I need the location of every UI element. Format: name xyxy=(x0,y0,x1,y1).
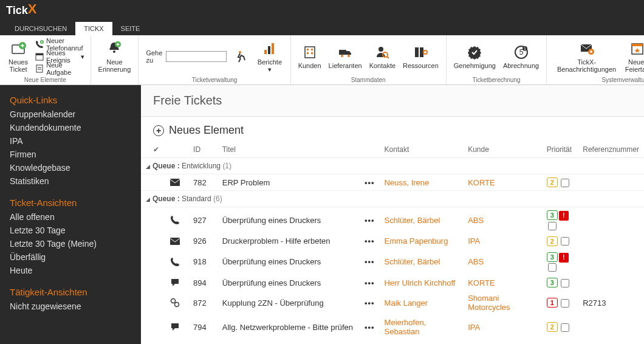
goto-run-button[interactable] xyxy=(230,36,253,77)
new-element-button[interactable]: + Neues Element xyxy=(141,117,644,142)
priority-cell: 2 xyxy=(542,174,578,191)
group-row[interactable]: ◢Queue : Entwicklung (1) xyxy=(141,158,644,174)
contact-link[interactable]: Meierhofen, Sebastian xyxy=(385,318,426,336)
col-id[interactable]: ID xyxy=(188,142,218,158)
ticket-id: 927 xyxy=(188,207,218,233)
row-menu-button[interactable]: ••• xyxy=(365,178,375,187)
task-icon xyxy=(35,64,44,74)
reports-button[interactable]: Berichte ▾ xyxy=(253,36,287,77)
tab-site[interactable]: SEITE xyxy=(112,22,149,35)
contact-link[interactable]: Herr Ulrich Kirchhoff xyxy=(385,278,456,287)
ticket-title: Überprüfung eines Druckers xyxy=(218,275,360,291)
customer-link[interactable]: Shomani Motorcycles xyxy=(468,294,510,312)
col-check[interactable]: ✔ xyxy=(141,142,165,158)
ticket-row[interactable]: 926Druckerproblem - Hilfe erbeten•••Emma… xyxy=(141,233,644,249)
new-event-button[interactable]: Neues Ereignis ▾ xyxy=(33,50,87,63)
row-menu-button[interactable]: ••• xyxy=(365,236,375,246)
priority-cell: 2 xyxy=(542,233,578,249)
tickets-table: ✔ ID Titel Kontakt Kunde Priorität Refer… xyxy=(141,142,644,339)
ticket-row[interactable]: 918Überprüfung eines Druckers•••Schlüter… xyxy=(141,249,644,275)
new-task-button[interactable]: Neue Aufgabe xyxy=(33,63,87,75)
svg-rect-5 xyxy=(36,65,43,72)
calendar-star-icon xyxy=(629,40,644,57)
sidebar-quick-item-4[interactable]: Knowledgebase xyxy=(0,161,141,174)
ticket-id: 926 xyxy=(188,233,218,249)
sidebar-activity-item-0[interactable]: Nicht zugewiesene xyxy=(0,300,141,313)
sidebar-quick-item-2[interactable]: IPA xyxy=(0,134,141,148)
run-icon xyxy=(233,48,250,65)
svg-rect-11 xyxy=(272,43,274,54)
billing-button[interactable]: 51Abrechnung xyxy=(499,36,543,77)
customer-link[interactable]: ABS xyxy=(468,257,484,266)
billing-icon: 51 xyxy=(513,44,530,61)
row-menu-button[interactable]: ••• xyxy=(365,278,375,287)
group-row[interactable]: ◢Queue : Standard (6) xyxy=(141,191,644,207)
customers-button[interactable]: Kunden xyxy=(295,36,325,77)
customer-link[interactable]: KORTE xyxy=(468,178,495,187)
badge-check-icon xyxy=(466,44,483,61)
contact-link[interactable]: Maik Langer xyxy=(385,298,428,308)
sidebar-quick-item-0[interactable]: Gruppenkalender xyxy=(0,108,141,121)
ticket-row[interactable]: 782ERP Problem•••Neuss, IreneKORTE2 xyxy=(141,174,644,191)
customer-link[interactable]: KORTE xyxy=(468,278,495,287)
ticket-id: 794 xyxy=(188,315,218,339)
row-menu-button[interactable]: ••• xyxy=(365,323,375,332)
row-menu-button[interactable]: ••• xyxy=(365,216,375,225)
svg-rect-35 xyxy=(170,179,180,186)
sidebar-quick-item-3[interactable]: Firmen xyxy=(0,148,141,161)
contact-link[interactable]: Schlüter, Bärbel xyxy=(385,216,440,225)
svg-point-38 xyxy=(174,303,179,307)
ticket-row[interactable]: 872Kupplung 2ZN - Überprüfung•••Maik Lan… xyxy=(141,291,644,315)
new-holiday-button[interactable]: Neuer Feiertag xyxy=(623,36,644,77)
sidebar-quick-item-5[interactable]: Statistiken xyxy=(0,174,141,188)
ticket-row[interactable]: 894Überprüfung eines Druckers•••Herr Ulr… xyxy=(141,275,644,291)
goto-input[interactable] xyxy=(166,51,227,62)
contact-link[interactable]: Emma Papenburg xyxy=(385,236,448,246)
row-checkbox[interactable] xyxy=(561,279,569,287)
sidebar-ticketview-item-1[interactable]: Letzte 30 Tage xyxy=(0,224,141,237)
suppliers-button[interactable]: Lieferanten xyxy=(325,36,366,77)
chart-icon xyxy=(261,40,278,57)
customer-link[interactable]: IPA xyxy=(468,323,480,332)
new-call-button[interactable]: Neuer Telefonanruf xyxy=(33,38,87,50)
contact-link[interactable]: Neuss, Irene xyxy=(385,178,430,187)
sidebar-ticketview-item-3[interactable]: Überfällig xyxy=(0,250,141,264)
sidebar-quick-item-1[interactable]: Kundendokumente xyxy=(0,121,141,134)
row-menu-button[interactable]: ••• xyxy=(365,298,375,308)
tab-browse[interactable]: DURCHSUCHEN xyxy=(6,22,75,35)
person-search-icon xyxy=(374,44,391,61)
mail-gear-icon xyxy=(578,40,595,57)
col-kunde[interactable]: Kunde xyxy=(463,142,542,158)
new-ticket-button[interactable]: Neues Ticket xyxy=(4,36,33,77)
customer-link[interactable]: IPA xyxy=(468,236,480,246)
row-checkbox[interactable] xyxy=(561,323,569,332)
row-checkbox[interactable] xyxy=(561,299,569,308)
sidebar: Quick-Links GruppenkalenderKundendokumen… xyxy=(0,85,141,344)
row-checkbox[interactable] xyxy=(561,179,569,187)
sidebar-ticketview-item-2[interactable]: Letzte 30 Tage (Meine) xyxy=(0,237,141,250)
col-contact[interactable]: Kontakt xyxy=(380,142,464,158)
ticket-row[interactable]: 927Überprüfung eines Druckers•••Schlüter… xyxy=(141,207,644,233)
new-reminder-button[interactable]: Neue Erinnerung xyxy=(95,36,135,77)
sidebar-ticketview-item-4[interactable]: Heute xyxy=(0,264,141,277)
row-checkbox[interactable] xyxy=(548,263,557,272)
tab-bar: DURCHSUCHEN TICKX SEITE xyxy=(0,19,644,35)
contacts-button[interactable]: Kontakte xyxy=(366,36,399,77)
svg-text:1: 1 xyxy=(524,47,526,51)
col-title[interactable]: Titel xyxy=(218,142,360,158)
tab-tickx[interactable]: TICKX xyxy=(75,22,112,35)
notifications-button[interactable]: TickX-Benachrichtigungen xyxy=(550,36,623,77)
approval-button[interactable]: Genehmigung xyxy=(450,36,499,77)
customer-link[interactable]: ABS xyxy=(468,216,484,225)
reference-cell xyxy=(578,233,644,249)
contact-link[interactable]: Schlüter, Bärbel xyxy=(385,257,440,266)
col-reference[interactable]: Referenznummer xyxy=(578,142,644,158)
resources-button[interactable]: Ressourcen xyxy=(399,36,442,77)
ticket-row[interactable]: 794Allg. Netzwerkprobleme - Bitte prüfen… xyxy=(141,315,644,339)
col-priority[interactable]: Priorität xyxy=(542,142,578,158)
sidebar-ticketview-item-0[interactable]: Alle offenen xyxy=(0,210,141,224)
sidebar-header-ticket-views: Ticket-Ansichten xyxy=(0,195,141,210)
row-checkbox[interactable] xyxy=(548,222,557,230)
row-checkbox[interactable] xyxy=(561,237,569,246)
row-menu-button[interactable]: ••• xyxy=(365,257,375,266)
